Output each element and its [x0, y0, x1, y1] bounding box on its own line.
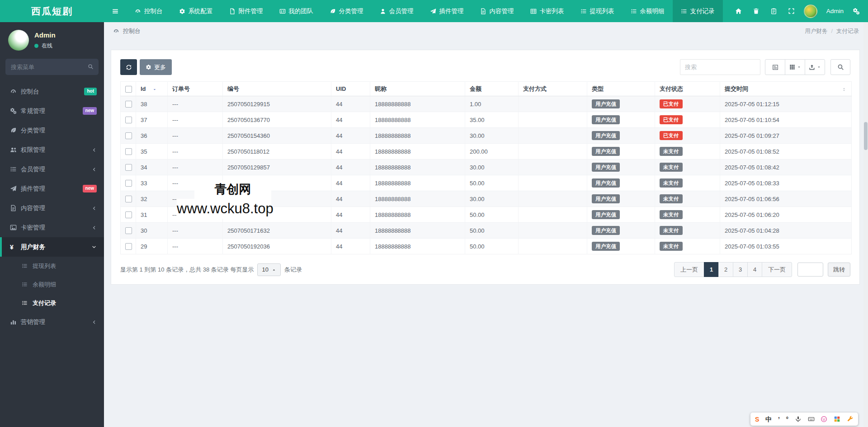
sidebar-item-withdraw-list[interactable]: 提现列表	[0, 257, 104, 275]
more-button[interactable]: 更多	[140, 59, 172, 75]
user-avatar[interactable]	[804, 5, 817, 18]
row-checkbox[interactable]	[125, 211, 132, 218]
cell-order-no: ---	[168, 96, 223, 112]
sidebar-item-marketing[interactable]: 营销管理	[0, 312, 104, 332]
emoji-icon[interactable]	[821, 416, 827, 422]
refresh-button[interactable]	[120, 59, 137, 75]
skin-grid-icon[interactable]	[834, 416, 840, 422]
page-button-2[interactable]: 2	[718, 262, 733, 277]
columns-button[interactable]	[785, 59, 805, 75]
menu-toggle-button[interactable]	[104, 0, 127, 22]
sidebar-item-balance-detail[interactable]: 余额明细	[0, 275, 104, 294]
row-checkbox[interactable]	[125, 164, 132, 171]
watermark-line1: 青创网	[194, 180, 271, 199]
nav-item-content[interactable]: 内容管理	[472, 0, 522, 22]
cell-status: 未支付	[655, 191, 720, 207]
gear-icon	[179, 8, 185, 14]
nav-item-member[interactable]: 会员管理	[372, 0, 422, 22]
chevron-left-icon	[91, 225, 97, 230]
type-badge: 用户充值	[592, 131, 620, 141]
cell-amount: 30.00	[465, 160, 519, 175]
page-button-1[interactable]: 1	[704, 262, 719, 277]
apostrophe-icon[interactable]: ’	[778, 416, 780, 422]
nav-item-plugin[interactable]: 插件管理	[422, 0, 472, 22]
nav-item-withdraw-list[interactable]: 提现列表	[572, 0, 623, 22]
export-icon	[809, 64, 815, 70]
toolbox-icon[interactable]	[847, 416, 854, 422]
jump-button[interactable]: 跳转	[828, 263, 850, 277]
page-button-4[interactable]: 4	[747, 262, 762, 277]
cell-type: 用户充值	[587, 96, 655, 112]
keyboard-icon[interactable]	[808, 416, 815, 422]
sidebar-item-content[interactable]: 内容管理	[0, 198, 104, 218]
column-header-昵称[interactable]: 昵称	[370, 82, 465, 96]
sidebar-item-card[interactable]: 卡密管理	[0, 218, 104, 237]
sidebar-item-member[interactable]: 会员管理	[0, 160, 104, 179]
page-button-3[interactable]: 3	[733, 262, 748, 277]
nav-item-payment-record[interactable]: 支付记录	[673, 0, 723, 22]
search-button[interactable]	[830, 59, 850, 75]
sidebar-item-general[interactable]: 常规管理new	[0, 101, 104, 121]
column-header-UID[interactable]: UID	[331, 82, 370, 96]
column-header-支付方式[interactable]: 支付方式	[519, 82, 587, 96]
home-icon[interactable]	[735, 8, 742, 14]
sidebar-item-permission[interactable]: 权限管理	[0, 140, 104, 160]
column-header-编号[interactable]: 编号	[223, 82, 331, 96]
cell-type: 用户充值	[587, 191, 655, 207]
chinese-mode-icon[interactable]: 中	[765, 416, 772, 422]
sidebar-item-console[interactable]: 控制台hot	[0, 82, 104, 101]
next-page-button[interactable]: 下一页	[762, 262, 792, 277]
row-checkbox[interactable]	[125, 101, 132, 108]
sidebar-item-category[interactable]: 分类管理	[0, 121, 104, 140]
column-header-订单号[interactable]: 订单号	[168, 82, 223, 96]
sidebar-item-user-finance[interactable]: ¥用户财务	[0, 237, 104, 257]
detail-view-button[interactable]	[765, 59, 785, 75]
row-checkbox[interactable]	[125, 117, 132, 123]
nav-item-label: 控制台	[144, 7, 163, 15]
nav-item-attachment[interactable]: 附件管理	[221, 0, 271, 22]
degree-icon[interactable]: °	[786, 416, 789, 422]
list-icon	[22, 300, 33, 306]
row-checkbox[interactable]	[125, 180, 132, 187]
admin-username[interactable]: Admin	[826, 8, 844, 14]
jump-page-input[interactable]	[797, 263, 823, 277]
nav-item-card-list[interactable]: 卡密列表	[522, 0, 572, 22]
select-all-checkbox[interactable]	[125, 86, 132, 93]
type-badge: 用户充值	[592, 194, 620, 204]
scrollbar-thumb[interactable]	[864, 122, 868, 150]
nav-item-my-team[interactable]: 我的团队	[271, 0, 321, 22]
row-checkbox[interactable]	[125, 132, 132, 139]
row-checkbox[interactable]	[125, 196, 132, 202]
column-label: 支付方式	[523, 85, 547, 92]
column-header-Id[interactable]: Id	[136, 82, 168, 96]
sogou-logo-icon[interactable]: S	[755, 416, 759, 422]
export-button[interactable]	[805, 59, 825, 75]
column-header-提交时间[interactable]: 提交时间	[720, 82, 852, 96]
sidebar-search-input[interactable]	[5, 59, 99, 75]
chevron-left-icon	[91, 319, 97, 325]
nav-item-balance-detail[interactable]: 余额明细	[623, 0, 673, 22]
nav-item-system-config[interactable]: 系统配置	[171, 0, 221, 22]
cell-type: 用户充值	[587, 223, 655, 239]
clipboard-icon[interactable]	[770, 8, 777, 14]
column-header-金额[interactable]: 金额	[465, 82, 519, 96]
sidebar-item-payment-record[interactable]: 支付记录	[0, 294, 104, 312]
column-header-支付状态[interactable]: 支付状态	[655, 82, 720, 96]
row-checkbox[interactable]	[125, 243, 132, 250]
prev-page-button[interactable]: 上一页	[674, 262, 704, 277]
table-search-input[interactable]	[680, 59, 760, 75]
sidebar-item-plugin[interactable]: 插件管理new	[0, 179, 104, 198]
settings-icon[interactable]	[853, 8, 860, 15]
nav-item-category[interactable]: 分类管理	[321, 0, 372, 22]
type-badge: 用户充值	[592, 210, 620, 220]
nav-item-console[interactable]: 控制台	[127, 0, 171, 22]
row-checkbox[interactable]	[125, 227, 132, 234]
mic-icon[interactable]	[795, 416, 802, 422]
row-checkbox[interactable]	[125, 148, 132, 155]
breadcrumb-console[interactable]: 控制台	[123, 27, 141, 35]
expand-icon[interactable]	[788, 8, 795, 14]
per-page-select[interactable]: 10	[257, 263, 280, 276]
column-header-类型[interactable]: 类型	[587, 82, 655, 96]
nav-item-label: 插件管理	[439, 7, 464, 15]
trash-icon[interactable]	[753, 8, 760, 14]
